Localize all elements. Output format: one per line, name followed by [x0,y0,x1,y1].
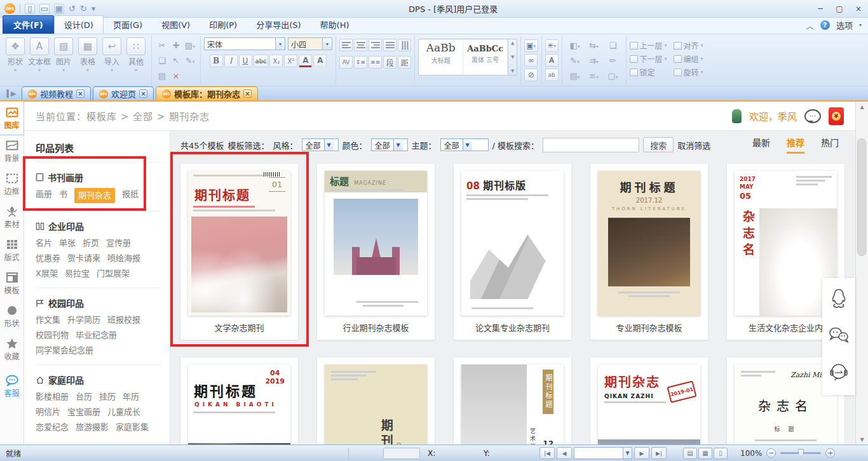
fill-color-icon[interactable]: ◧▾ [569,41,580,50]
copy-icon[interactable]: ❏ [158,57,166,65]
tab-close-icon[interactable]: × [76,90,85,98]
collapse-panel-icon[interactable]: ▍▶ [0,86,22,100]
cancel-filter-button[interactable]: 取消筛选 [677,139,710,151]
tab-close-icon[interactable]: × [243,90,252,98]
dropdown-icon[interactable]: ▼ [463,139,472,150]
font-color-button[interactable]: A [299,55,312,67]
open-button[interactable]: ▭ [39,4,50,14]
align-objects-button[interactable]: 对齐▾ [674,40,703,51]
rail-item-border[interactable]: 边框 [0,168,24,201]
send-backward-button[interactable]: 下一层▾ [630,53,667,64]
cat-item[interactable]: 宝宝画册 [67,406,100,418]
justify-button[interactable] [383,39,397,51]
collapse-ribbon-icon[interactable]: ︿ [806,19,814,31]
cut-icon[interactable]: ✂ [159,41,166,50]
select-cursor-icon[interactable]: ↖ [173,57,180,65]
pan-tool-icon[interactable]: ✚ [173,41,180,50]
copy-style-icon[interactable]: ❏ [609,41,617,50]
headset-service-icon[interactable] [829,362,849,382]
message-bubble-icon[interactable]: ··· [804,109,821,123]
scroll-up-icon[interactable]: ▲ [511,41,514,46]
cat-item[interactable]: 易拉宝 [65,267,90,280]
cat-item[interactable]: 名片 [36,237,52,250]
prev-page-button[interactable]: ◀ [557,447,572,459]
char-spacing-button[interactable]: AV [339,56,353,69]
line-spacing-button[interactable]: ↕≡ [354,56,367,69]
page-select-combo[interactable]: ▼ [574,447,632,459]
insert-image-button[interactable]: ▨ 图片 ▾ [51,37,76,73]
zoom-out-button[interactable]: − [766,448,776,458]
dropdown-icon[interactable]: ▼ [324,139,334,150]
menu-file[interactable]: 文件(F) [3,15,54,34]
cat-item[interactable]: 明信片 [36,406,60,418]
rail-item-customer-service[interactable]: 客服 [0,370,24,403]
sort-hot[interactable]: 热门 [821,136,839,154]
gallery-expand-icon[interactable]: ▼ [511,69,514,74]
scroll-down-icon[interactable]: ▼ [511,55,514,60]
cat-item[interactable]: 毕业纪念册 [76,329,117,342]
font-family-combo[interactable]: 宋体 ▾ [204,37,285,50]
cat-item[interactable]: 同学聚会纪念册 [36,344,93,357]
highlight-color-button[interactable]: A [313,55,327,67]
align-right-button[interactable] [369,39,382,51]
last-page-button[interactable]: ▶| [651,447,667,459]
template-card-thesis[interactable]: 08 期刊标版 论文集专业杂志期刊 [454,164,571,340]
menu-design[interactable]: 设计(D) [54,15,104,34]
view-mode-normal-icon[interactable]: ▤ [683,448,697,459]
bold-button[interactable]: B [210,55,223,67]
spacing-settings-button[interactable]: 距 [398,56,411,69]
menu-share-export[interactable]: 分享导出(S) [247,16,310,34]
subscript-button[interactable]: X₂ [269,55,283,67]
delete-icon[interactable]: × [173,72,180,80]
undo-button[interactable]: ↺ [69,4,76,13]
dropdown-icon[interactable]: ▾ [275,38,285,50]
cat-item[interactable]: 儿童成长 [107,406,140,418]
align-left-button[interactable] [339,39,353,51]
unlink-button[interactable]: ⊘ [524,69,538,81]
cat-item[interactable]: 台历 [76,391,92,403]
zoom-slider-thumb[interactable] [798,449,804,457]
cat-item[interactable]: 家庭影集 [116,421,149,434]
outline-color-icon[interactable]: ✎▾ [570,57,580,65]
template-card-qikan-biaoti[interactable]: 042019 期刊标题 QIKAN BIAOTI [180,357,298,444]
cat-item[interactable]: 班报校报 [107,314,140,326]
view-mode-single-icon[interactable]: ▯ [714,448,728,459]
dropdown-icon[interactable]: ▾ [135,67,137,73]
dropdown-icon[interactable]: ▼ [393,139,403,150]
menu-print[interactable]: 印刷(P) [200,16,247,34]
superscript-button[interactable]: X² [284,55,297,67]
cat-item[interactable]: 单张 [59,237,76,250]
insert-table-button[interactable]: ▦ 表格 ▾ [76,37,100,73]
shape-style-icon[interactable]: ▢▾ [607,72,618,80]
wordart-button[interactable]: 𝐀 [545,54,559,67]
text-transform-button[interactable]: ab [545,69,559,81]
template-card-industry[interactable]: 标题 MAGAZINE [317,164,435,340]
cat-item[interactable]: 喷绘海报 [107,252,140,265]
menu-view[interactable]: 视图(V) [152,16,200,34]
rail-item-layout[interactable]: 版式 [0,234,24,267]
rail-item-favorite[interactable]: 收藏 [0,333,24,366]
cat-item[interactable]: X展架 [36,267,58,280]
vertical-text-button[interactable] [398,39,411,51]
minimize-button[interactable]: ─ [811,2,830,16]
template-card-eiffel[interactable]: 期刊标题 12 艺术消费一众 [454,357,571,444]
options-dropdown-icon[interactable]: ▾ [859,22,862,28]
maximize-button[interactable]: ▢ [830,2,849,16]
cat-item[interactable]: 年历 [123,391,139,403]
vertical-scrollbar[interactable]: ▲ ▼ [855,102,868,444]
effects-gear-button[interactable]: ✳▾ [545,39,559,52]
cat-newspaper[interactable]: 报纸 [122,188,139,203]
style-preset-heading[interactable]: AaBb 大标题 [419,39,463,75]
qq-icon[interactable] [829,288,848,309]
color-filter-combo[interactable]: 全部 ▼ [371,138,408,151]
cat-item[interactable]: 贺卡请柬 [67,252,100,265]
dash-style-icon[interactable]: ▤▾ [569,72,580,80]
rail-item-template[interactable]: 模板 [0,267,24,300]
underline-button[interactable]: U [239,55,252,67]
next-page-button[interactable]: ▶ [634,447,649,459]
align-center-button[interactable] [354,39,367,51]
cat-item[interactable]: 旅游摄影 [76,421,109,434]
cat-item[interactable]: 影楼相册 [36,391,69,403]
bring-forward-button[interactable]: 上一层▾ [630,40,667,51]
search-button[interactable]: 搜索 [643,137,674,152]
